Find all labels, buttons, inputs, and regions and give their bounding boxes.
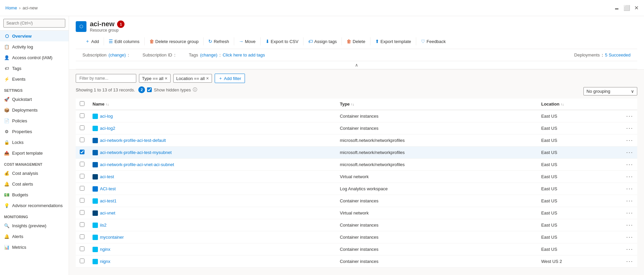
sidebar-item-insights[interactable]: 🔍Insights (preview) [0,220,69,231]
row-more-button-8[interactable]: ··· [626,197,633,204]
row-more-button-6[interactable]: ··· [626,173,633,180]
sidebar-item-events[interactable]: ⚡Events [0,74,69,84]
move-icon: → [239,39,244,44]
location-filter-remove[interactable]: × [206,76,209,81]
row-name-link-7[interactable]: ACI-test [93,186,332,192]
sidebar-item-tags[interactable]: 🏷Tags [0,63,69,74]
row-checkbox-8[interactable] [80,198,84,203]
sidebar-item-locks[interactable]: 🔒Locks [0,137,69,148]
sidebar-item-access-control[interactable]: 👤Access control (IAM) [0,52,69,63]
sidebar-item-budgets[interactable]: 💵Budgets [0,189,69,200]
row-type-cell-10: Container instances [336,219,537,231]
row-checkbox-11[interactable] [80,234,84,239]
row-type-icon-13 [93,259,98,264]
row-name-link-2[interactable]: aci-log2 [93,126,332,131]
name-column-header[interactable]: Name ↑↓ [88,99,336,110]
sidebar-item-advisor-recommendations[interactable]: 💡Advisor recommendations [0,200,69,211]
row-more-button-7[interactable]: ··· [626,185,633,192]
select-all-checkbox[interactable] [80,101,84,106]
move-button[interactable]: → Move [236,37,258,46]
type-filter-tag[interactable]: Type == all × [139,74,171,83]
tags-change-link[interactable]: (change) [200,52,217,57]
export-csv-button[interactable]: ⬇ Export to CSV [263,37,301,46]
tags-add-link[interactable]: Click here to add tags [223,52,265,57]
row-checkbox-3[interactable] [80,138,84,142]
deployments-count-link[interactable]: 5 Succeeded [605,52,631,57]
sidebar-item-overview[interactable]: ⬡Overview [0,31,69,41]
export-template-button[interactable]: ⬆ Export template [372,37,414,46]
row-checkbox-10[interactable] [80,222,84,227]
row-more-button-12[interactable]: ··· [626,246,633,253]
row-name-link-3[interactable]: aci-network-profile-aci-test-default [93,138,332,143]
sidebar-item-cost-alerts[interactable]: 🔔Cost alerts [0,179,69,189]
row-checkbox-6[interactable] [80,174,84,179]
minimize-icon[interactable]: 🗕 [614,5,619,11]
row-name-link-1[interactable]: aci-log [93,114,332,119]
collapse-button[interactable]: ∧ [355,63,358,68]
row-name-link-12[interactable]: nginx [93,247,332,252]
assign-tags-icon: 🏷 [308,39,313,44]
breadcrumb-home[interactable]: Home [5,5,17,10]
row-name-link-9[interactable]: aci-vnet [93,210,332,216]
row-name-link-8[interactable]: aci-test1 [93,198,332,204]
sidebar-item-quickstart[interactable]: 🚀Quickstart [0,94,69,105]
row-more-button-11[interactable]: ··· [626,234,633,241]
row-more-button-1[interactable]: ··· [626,113,633,120]
feedback-button[interactable]: ♡ Feedback [418,37,449,46]
sidebar-item-policies[interactable]: 📄Policies [0,115,69,126]
search-input[interactable] [3,19,65,28]
add-filter-button[interactable]: ＋ Add filter [215,74,245,83]
refresh-button[interactable]: ↻ Refresh [206,37,232,46]
grouping-dropdown[interactable]: No grouping ∨ [583,87,637,95]
row-more-button-3[interactable]: ··· [626,137,633,144]
row-more-button-13[interactable]: ··· [626,258,633,265]
row-checkbox-1[interactable] [80,113,84,118]
row-checkbox-9[interactable] [80,210,84,215]
row-more-button-5[interactable]: ··· [626,161,633,168]
row-more-button-4[interactable]: ··· [626,149,633,156]
feedback-icon: ♡ [421,39,425,44]
location-filter-tag[interactable]: Location == all × [173,74,212,83]
sidebar-item-deployments[interactable]: 📦Deployments [0,105,69,115]
row-name-link-4[interactable]: aci-network-profile-aci-test-mysubnet [93,150,332,155]
row-more-button-9[interactable]: ··· [626,209,633,217]
select-all-header[interactable] [76,99,88,110]
row-name-link-10[interactable]: iis2 [93,223,332,228]
row-checkbox-12[interactable] [80,246,84,251]
filter-name-input[interactable] [76,74,136,83]
row-type-icon-10 [93,223,98,228]
row-name-link-6[interactable]: aci-test [93,174,332,180]
close-icon[interactable]: ✕ [634,5,639,11]
type-filter-remove[interactable]: × [165,76,168,81]
assign-tags-button[interactable]: 🏷 Assign tags [306,37,339,46]
sidebar-item-activity-log[interactable]: 📋Activity log [0,41,69,52]
location-column-header[interactable]: Location ↑↓ [537,99,622,110]
maximize-icon[interactable]: ⬜ [623,5,630,11]
row-more-button-2[interactable]: ··· [626,125,633,132]
toolbar-divider-4 [234,37,234,45]
show-hidden-checkbox[interactable] [147,87,152,92]
refresh-icon: ↻ [208,39,212,44]
delete-resource-group-button[interactable]: 🗑 Delete resource group [147,37,202,46]
table-area: Type == all × Location == all × ＋ Add fi… [69,70,644,272]
row-checkbox-13[interactable] [80,259,84,263]
row-more-button-10[interactable]: ··· [626,222,633,229]
row-checkbox-4[interactable] [80,150,84,154]
sidebar-item-metrics[interactable]: 📊Metrics [0,242,69,252]
edit-columns-button[interactable]: ☰ Edit columns [106,37,142,46]
sidebar-item-cost-analysis[interactable]: 💰Cost analysis [0,168,69,179]
delete-button[interactable]: 🗑 Delete [344,37,368,46]
subscription-change-link[interactable]: (change) [109,52,126,57]
row-checkbox-2[interactable] [80,125,84,130]
type-column-header[interactable]: Type ↑↓ [336,99,537,110]
row-checkbox-7[interactable] [80,186,84,191]
sidebar-item-export-template[interactable]: 📤Export template [0,148,69,158]
row-checkbox-5[interactable] [80,162,84,166]
row-name-link-11[interactable]: mycontainer [93,235,332,240]
row-name-link-5[interactable]: aci-network-profile-aci-vnet-aci-subnet [93,162,332,167]
add-button[interactable]: ＋ Add [82,37,102,46]
sidebar-item-properties[interactable]: ⚙Properties [0,126,69,137]
breadcrumb: Home › aci-new [5,5,38,10]
row-name-link-13[interactable]: nignx [93,259,332,264]
sidebar-item-alerts[interactable]: 🔔Alerts [0,231,69,242]
